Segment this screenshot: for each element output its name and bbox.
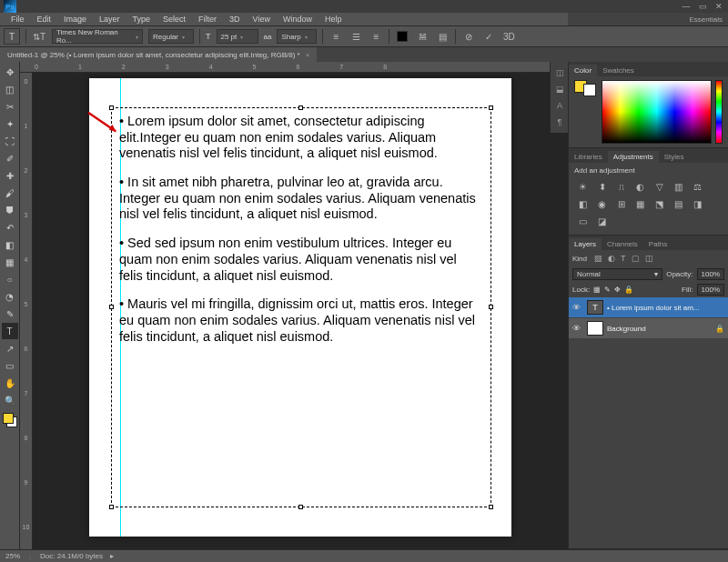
blend-mode-dropdown[interactable]: Normal▾ [572, 268, 662, 280]
resize-handle[interactable] [489, 105, 493, 110]
tab-libraries[interactable]: Libraries [569, 151, 608, 163]
lookup-icon[interactable]: ▦ [633, 198, 647, 210]
text-color-swatch[interactable] [395, 29, 410, 44]
visibility-icon[interactable]: 👁 [572, 324, 583, 333]
menu-layer[interactable]: Layer [94, 14, 126, 25]
chanmix-icon[interactable]: ⊞ [614, 198, 628, 210]
opacity-field[interactable]: 100% [697, 268, 724, 280]
curves-icon[interactable]: ⎍ [614, 181, 628, 193]
eyedropper-tool-icon[interactable]: ✐ [2, 150, 18, 166]
align-center-icon[interactable]: ☰ [349, 29, 363, 44]
lock-pos-icon[interactable]: ✥ [614, 286, 621, 294]
menu-3d[interactable]: 3D [224, 14, 246, 25]
type-tool-icon[interactable]: T [2, 323, 18, 339]
marquee-tool-icon[interactable]: ◫ [2, 81, 18, 97]
path-tool-icon[interactable]: ↗ [2, 340, 18, 356]
warp-text-icon[interactable]: 𝌣 [415, 29, 430, 44]
exposure-icon[interactable]: ◐ [633, 181, 647, 193]
chevron-right-icon[interactable]: ▸ [110, 552, 114, 560]
menu-edit[interactable]: Edit [32, 14, 57, 25]
font-size-field[interactable]: 25 pt▾ [217, 29, 258, 44]
hue-icon[interactable]: ▥ [672, 181, 685, 193]
stamp-tool-icon[interactable]: ⛊ [2, 202, 18, 218]
vibrance-icon[interactable]: ▽ [652, 181, 666, 193]
maximize-icon[interactable]: ▭ [697, 2, 708, 11]
filter-adj-icon[interactable]: ◐ [608, 254, 615, 263]
menu-select[interactable]: Select [157, 14, 191, 25]
antialias-dropdown[interactable]: Sharp▾ [277, 29, 317, 44]
visibility-icon[interactable]: 👁 [572, 303, 583, 312]
ruler-vertical[interactable]: 012345678910 [20, 73, 33, 549]
shape-tool-icon[interactable]: ▭ [2, 357, 18, 374]
pen-tool-icon[interactable]: ✎ [2, 306, 18, 322]
levels-icon[interactable]: ⬍ [595, 181, 609, 193]
brush-tool-icon[interactable]: 🖌 [2, 185, 18, 201]
document-page[interactable]: • Lorem ipsum dolor sit amet, consectetu… [89, 78, 511, 537]
resize-handle[interactable] [298, 105, 303, 110]
menu-view[interactable]: View [248, 14, 276, 25]
text-orientation-icon[interactable]: ⇅T [32, 29, 46, 44]
menu-help[interactable]: Help [319, 14, 348, 25]
tab-paths[interactable]: Paths [643, 238, 672, 250]
tab-swatches[interactable]: Swatches [597, 65, 640, 76]
tab-channels[interactable]: Channels [602, 238, 643, 250]
zoom-tool-icon[interactable]: 🔍 [2, 392, 18, 408]
lasso-tool-icon[interactable]: ✂ [2, 98, 18, 115]
crop-tool-icon[interactable]: ⛶ [2, 133, 18, 149]
character-panel-icon[interactable]: A [552, 98, 567, 113]
commit-icon[interactable]: ✓ [481, 29, 496, 44]
filter-type-icon[interactable]: T [621, 254, 626, 263]
selcolor-icon[interactable]: ◪ [595, 216, 609, 227]
close-icon[interactable]: ✕ [713, 2, 724, 11]
color-swatch-pair[interactable] [574, 80, 596, 140]
photo-filter-icon[interactable]: ◉ [595, 198, 609, 210]
ruler-horizontal[interactable]: 012345678 [20, 62, 568, 73]
layer-row[interactable]: 👁 Background 🔒 [569, 318, 728, 338]
move-tool-icon[interactable]: ✥ [2, 64, 18, 80]
wand-tool-icon[interactable]: ✦ [2, 115, 18, 132]
filter-smart-icon[interactable]: ◫ [645, 254, 653, 263]
paragraph[interactable]: • Mauris vel mi fringilla, dignissim orc… [119, 296, 483, 345]
minimize-icon[interactable]: — [681, 2, 692, 11]
workspace-switcher[interactable]: Essentials [568, 13, 728, 25]
brightness-icon[interactable]: ☀ [576, 181, 590, 193]
tab-styles[interactable]: Styles [659, 151, 690, 163]
hue-slider[interactable] [715, 80, 723, 144]
heal-tool-icon[interactable]: ✚ [2, 167, 18, 184]
eraser-tool-icon[interactable]: ◧ [2, 236, 18, 253]
zoom-level[interactable]: 25% [5, 552, 20, 560]
layer-name[interactable]: • Lorem ipsum dolor sit am... [607, 304, 724, 312]
hand-tool-icon[interactable]: ✋ [2, 375, 18, 391]
resize-handle[interactable] [109, 305, 114, 309]
blur-tool-icon[interactable]: ○ [2, 271, 18, 287]
bw-icon[interactable]: ◧ [576, 198, 590, 210]
character-panel-icon[interactable]: ▤ [435, 29, 450, 44]
gradmap-icon[interactable]: ▭ [576, 216, 590, 227]
threshold-icon[interactable]: ◨ [691, 198, 704, 210]
resize-handle[interactable] [109, 505, 114, 509]
dodge-tool-icon[interactable]: ◔ [2, 288, 18, 305]
lock-paint-icon[interactable]: ✎ [604, 286, 611, 294]
font-style-dropdown[interactable]: Regular▾ [148, 29, 194, 44]
doc-info[interactable]: Doc: 24.1M/0 bytes [40, 552, 103, 560]
fg-color-swatch[interactable] [3, 413, 14, 424]
posterize-icon[interactable]: ▤ [672, 198, 685, 210]
invert-icon[interactable]: ⬔ [652, 198, 666, 210]
resize-handle[interactable] [298, 505, 303, 509]
color-spectrum[interactable] [602, 80, 712, 144]
filter-pixel-icon[interactable]: ▧ [594, 254, 602, 263]
lock-trans-icon[interactable]: ▦ [593, 286, 601, 294]
resize-handle[interactable] [489, 305, 493, 309]
text-frame[interactable]: • Lorem ipsum dolor sit amet, consectetu… [111, 107, 491, 507]
align-left-icon[interactable]: ≡ [329, 29, 343, 44]
resize-handle[interactable] [109, 105, 114, 110]
tool-preset-icon[interactable]: T [4, 28, 20, 45]
color-swatches[interactable] [3, 413, 17, 427]
close-tab-icon[interactable]: × [306, 51, 310, 59]
paragraph[interactable]: • In sit amet nibh pharetra, pulvinar le… [119, 175, 483, 223]
3d-icon[interactable]: 3D [501, 29, 516, 44]
resize-handle[interactable] [489, 505, 493, 509]
colbal-icon[interactable]: ⚖ [691, 181, 704, 193]
gradient-tool-icon[interactable]: ▦ [2, 254, 18, 270]
menu-type[interactable]: Type [127, 14, 157, 25]
